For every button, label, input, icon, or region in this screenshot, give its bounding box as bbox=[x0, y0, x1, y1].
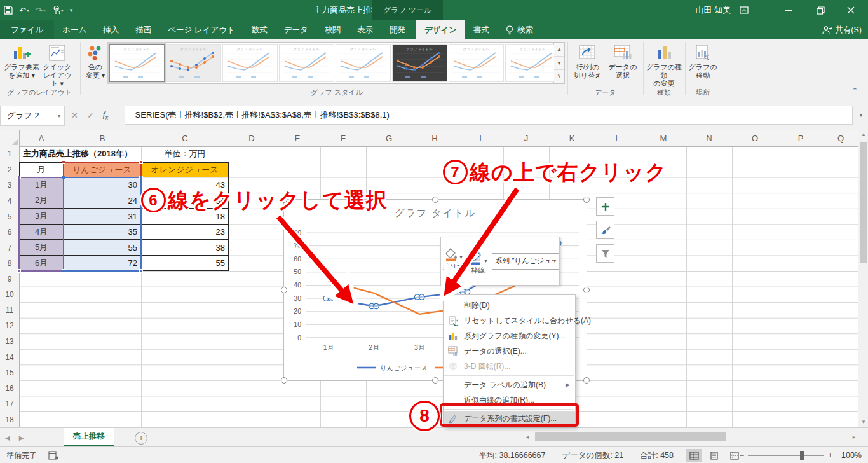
row-header-6[interactable]: 6 bbox=[0, 225, 20, 241]
chart-style-style-4[interactable]: グラフ タイトル — bbox=[279, 44, 334, 82]
chart-resize-handle[interactable] bbox=[432, 197, 438, 203]
month-cell[interactable]: 3月 bbox=[19, 209, 64, 225]
chart-resize-handle[interactable] bbox=[583, 197, 590, 203]
range-handle[interactable] bbox=[17, 269, 21, 273]
apple-value-cell[interactable]: 24 bbox=[64, 193, 141, 209]
column-header-K[interactable]: K bbox=[549, 130, 595, 147]
name-box[interactable]: グラフ 2 ▾ bbox=[0, 106, 65, 126]
column-header-B[interactable]: B bbox=[64, 130, 142, 147]
column-header-E[interactable]: E bbox=[275, 130, 321, 147]
menu-item-削除D[interactable]: 削除(D) bbox=[444, 298, 575, 313]
minimize-button[interactable] bbox=[778, 0, 799, 20]
range-handle[interactable] bbox=[17, 176, 21, 179]
row-header-13[interactable]: 13 bbox=[0, 334, 20, 350]
range-handle[interactable] bbox=[139, 269, 143, 273]
apple-value-cell[interactable]: 55 bbox=[64, 240, 141, 256]
zoom-slider[interactable] bbox=[748, 455, 824, 456]
macro-record-icon[interactable] bbox=[48, 451, 58, 460]
horizontal-scrollbar[interactable]: ◂ ▸ bbox=[522, 431, 859, 443]
tab-数式[interactable]: 数式 bbox=[243, 20, 276, 39]
chart-style-style-3[interactable]: グラフ タイトル — bbox=[222, 44, 278, 82]
row-header-12[interactable]: 12 bbox=[0, 318, 20, 335]
restore-button[interactable] bbox=[810, 0, 831, 20]
zoom-slider-thumb[interactable] bbox=[800, 451, 804, 460]
tab-表示[interactable]: 表示 bbox=[349, 20, 381, 39]
close-button[interactable] bbox=[840, 0, 862, 20]
tab-校閲[interactable]: 校閲 bbox=[316, 20, 349, 39]
column-header-L[interactable]: L bbox=[595, 130, 641, 147]
unit-cell[interactable]: 単位：万円 bbox=[141, 146, 229, 162]
orange-value-cell[interactable]: 55 bbox=[141, 256, 229, 272]
horizontal-scroll-thumb[interactable] bbox=[535, 432, 726, 441]
chart-style-style-6[interactable]: グラフ タイトル — bbox=[392, 44, 447, 82]
chart-resize-handle[interactable] bbox=[432, 377, 438, 384]
tab-ページ レイアウト[interactable]: ページ レイアウト bbox=[159, 20, 243, 39]
new-sheet-button[interactable]: + bbox=[135, 432, 147, 445]
apple-value-cell[interactable]: 72 bbox=[64, 256, 141, 272]
chart-resize-handle[interactable] bbox=[281, 287, 287, 293]
name-box-dropdown-icon[interactable]: ▾ bbox=[58, 113, 64, 119]
add-chart-element-button[interactable]: グラフ要素 を追加 ▾ bbox=[4, 42, 39, 79]
scroll-up-icon[interactable]: ▲ bbox=[858, 130, 868, 140]
row-header-14[interactable]: 14 bbox=[0, 349, 20, 366]
row-header-1[interactable]: 1 bbox=[0, 146, 20, 163]
normal-view-button[interactable] bbox=[686, 449, 702, 462]
range-handle[interactable] bbox=[139, 160, 143, 164]
chart-style-style-2[interactable]: グラフ タイトル — bbox=[166, 44, 221, 82]
tab-データ[interactable]: データ bbox=[276, 20, 316, 39]
row-header-9[interactable]: 9 bbox=[0, 271, 20, 287]
formula-bar-expand-icon[interactable]: ▾ bbox=[855, 106, 867, 125]
chart-styles-button[interactable] bbox=[596, 221, 614, 239]
tab-開発[interactable]: 開発 bbox=[381, 20, 414, 39]
gallery-more-button[interactable]: ⊻ bbox=[554, 70, 564, 83]
column-header-I[interactable]: I bbox=[458, 130, 504, 147]
range-handle[interactable] bbox=[62, 176, 65, 179]
column-header-D[interactable]: D bbox=[229, 130, 275, 147]
column-header-J[interactable]: J bbox=[503, 130, 550, 147]
column-header-A[interactable]: A bbox=[19, 130, 64, 147]
column-header-Q[interactable]: Q bbox=[824, 130, 858, 147]
outline-color-button[interactable]: ▾ 枠線 bbox=[466, 249, 491, 274]
row-header-7[interactable]: 7 bbox=[0, 240, 20, 256]
month-cell[interactable]: 6月 bbox=[19, 256, 64, 272]
month-cell[interactable]: 4月 bbox=[19, 225, 64, 240]
chart-filters-button[interactable] bbox=[596, 244, 614, 263]
row-header-18[interactable]: 18 bbox=[0, 412, 20, 427]
series-selector-combo[interactable]: 系列 "りんごジュー ▾ bbox=[492, 253, 559, 270]
chart-style-style-8[interactable]: グラフ タイトル — bbox=[505, 44, 560, 82]
chart-style-style-7[interactable]: グラフ タイトル — bbox=[449, 44, 504, 82]
column-header-G[interactable]: G bbox=[366, 130, 412, 147]
tab-挿入[interactable]: 挿入 bbox=[95, 20, 127, 39]
sheet-tab-active[interactable]: 売上推移 bbox=[64, 428, 114, 446]
share-button[interactable]: 共有(S) bbox=[822, 20, 862, 39]
chart-elements-button[interactable] bbox=[596, 197, 614, 216]
chart-style-style-1[interactable]: グラフ タイトル — bbox=[109, 44, 165, 82]
cancel-icon[interactable]: ✕ bbox=[71, 111, 78, 120]
row-header-11[interactable]: 11 bbox=[0, 303, 20, 319]
orange-header-cell[interactable]: オレンジジュース bbox=[141, 162, 229, 178]
menu-item-系列グラフの種類の変更Y[interactable]: 系列グラフの種類の変更(Y)... bbox=[444, 328, 575, 343]
enter-icon[interactable]: ✓ bbox=[87, 111, 94, 120]
scroll-right-icon[interactable]: ▸ bbox=[849, 432, 859, 442]
column-header-F[interactable]: F bbox=[320, 130, 367, 147]
collapse-ribbon-button[interactable]: ⌃ bbox=[852, 86, 858, 95]
gallery-up-button[interactable]: ▲ bbox=[554, 43, 564, 57]
ribbon-display-options-button[interactable] bbox=[733, 0, 755, 20]
change-colors-button[interactable]: 色の 変更 ▾ bbox=[83, 42, 108, 79]
chart-resize-handle[interactable] bbox=[583, 287, 590, 293]
column-header-P[interactable]: P bbox=[778, 130, 824, 147]
combo-dropdown-icon[interactable]: ▾ bbox=[553, 258, 559, 264]
sheet-next-icon[interactable]: ▶ bbox=[19, 434, 24, 441]
sheet-prev-icon[interactable]: ◀ bbox=[5, 434, 10, 441]
apple-value-cell[interactable]: 30 bbox=[64, 177, 141, 193]
zoom-in-icon[interactable]: + bbox=[828, 451, 832, 460]
change-chart-type-button[interactable]: グラフの種類 の変更 bbox=[646, 42, 682, 88]
formula-input[interactable]: =SERIES(売上推移!$B$2,売上推移!$A$3:$A$8,売上推移!$B… bbox=[125, 106, 853, 125]
tab-search[interactable]: 検索 bbox=[498, 20, 541, 39]
column-header-M[interactable]: M bbox=[641, 130, 687, 147]
month-cell[interactable]: 2月 bbox=[19, 193, 64, 209]
row-header-15[interactable]: 15 bbox=[0, 365, 20, 382]
insert-function-icon[interactable]: fx bbox=[103, 109, 108, 121]
chart-resize-handle[interactable] bbox=[583, 377, 590, 384]
scroll-left-icon[interactable]: ◂ bbox=[522, 432, 532, 442]
